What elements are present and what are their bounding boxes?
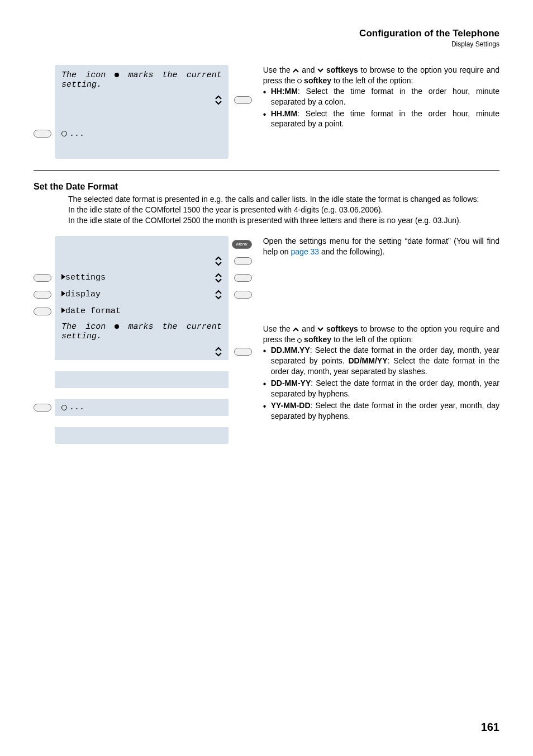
- para: The selected date format is presented in…: [68, 194, 499, 205]
- txt: softkeys: [326, 324, 358, 333]
- triangle-right-icon: [61, 308, 65, 313]
- page-link[interactable]: page 33: [291, 247, 320, 256]
- txt: and: [302, 65, 317, 74]
- softkey-pill-icon: [34, 308, 51, 315]
- txt: to the left of the option:: [334, 76, 413, 85]
- circle-icon: [61, 405, 67, 410]
- diagram-1: The icon marks the current setting.: [34, 65, 252, 159]
- chevron-up-down-icon: [215, 273, 222, 283]
- chevron-up-down-icon: [215, 290, 222, 300]
- dots: ...: [69, 403, 84, 412]
- txt: : Select the time format in the order ho…: [271, 109, 499, 129]
- txt: DD.MM.YY: [271, 346, 310, 355]
- softkey-pill-icon: [34, 130, 51, 138]
- bullet-item: YY-MM-DD: Select the date format in the …: [263, 400, 499, 422]
- circle-icon: [61, 131, 67, 136]
- txt: DD-MM-YY: [271, 379, 311, 388]
- chevron-up-down-icon: [215, 95, 222, 105]
- txt: HH.MM: [271, 109, 297, 118]
- block-2: Menu settings: [34, 236, 499, 455]
- softkey-pill-icon: [34, 291, 51, 299]
- chevron-up-icon: [293, 327, 299, 332]
- block-1: The icon marks the current setting.: [34, 65, 499, 159]
- txt: HH:MM: [271, 87, 298, 96]
- txt: softkey: [304, 76, 331, 85]
- txt: Use the: [263, 65, 293, 74]
- menu-label: settings: [65, 273, 106, 282]
- txt: : Select the time format in the order ho…: [271, 87, 499, 106]
- txt: DD/MM/YY: [349, 356, 388, 365]
- section-divider: [34, 170, 499, 171]
- right-text-2: Open the settings menu for the setting “…: [263, 236, 499, 423]
- right-text-1: Use the and softkeys to browse to the op…: [263, 65, 499, 159]
- chevron-up-down-icon: [215, 256, 222, 266]
- para: In the idle state of the COMfortel 1500 …: [68, 205, 499, 215]
- softkey-pill-icon: [234, 96, 252, 104]
- bullet-item: HH.MM: Select the time format in the ord…: [263, 108, 499, 130]
- ring-icon: [297, 79, 302, 83]
- softkey-pill-icon: [234, 274, 252, 282]
- chevron-down-icon: [317, 327, 323, 332]
- softkey-pill-icon: [34, 274, 51, 282]
- section-body: The selected date format is presented in…: [68, 194, 499, 226]
- txt: softkeys: [326, 65, 358, 74]
- menu-label: date format: [65, 306, 121, 316]
- softkey-pill-icon: [234, 291, 252, 299]
- softkey-pill-icon: [34, 404, 51, 412]
- diagram-2: Menu settings: [34, 236, 252, 455]
- softkey-pill-icon: [234, 257, 252, 265]
- triangle-right-icon: [61, 274, 65, 280]
- page-header: Configuration of the Telephone Display S…: [34, 28, 499, 48]
- chevron-down-icon: [317, 68, 323, 73]
- header-title: Configuration of the Telephone: [34, 28, 499, 39]
- bullet-item: DD-MM-YY: Select the date format in the …: [263, 378, 499, 399]
- triangle-right-icon: [61, 291, 65, 296]
- chevron-up-icon: [293, 68, 299, 73]
- page-number: 161: [481, 721, 499, 734]
- menu-label: display: [65, 290, 101, 299]
- chevron-up-down-icon: [215, 347, 222, 357]
- txt: Use the: [263, 324, 293, 333]
- txt: to the left of the option:: [334, 335, 413, 344]
- txt: and: [302, 324, 317, 333]
- softkey-pill-icon: [234, 348, 252, 356]
- bullet-item: HH:MM: Select the time format in the ord…: [263, 86, 499, 107]
- header-subtitle: Display Settings: [34, 40, 499, 48]
- txt: YY-MM-DD: [271, 401, 311, 410]
- txt: and the following).: [319, 247, 385, 256]
- menu-button-icon: Menu: [232, 240, 252, 249]
- txt: The icon: [61, 322, 115, 332]
- ring-icon: [297, 338, 302, 343]
- bullet-item: DD.MM.YY: Select the date format in the …: [263, 345, 499, 377]
- section-heading: Set the Date Format: [34, 182, 499, 192]
- txt: softkey: [304, 335, 331, 344]
- diagram1-italic-prefix: The icon: [61, 70, 115, 80]
- dots: ...: [69, 129, 84, 139]
- para: In the idle state of the COMfortel 2500 …: [68, 215, 499, 226]
